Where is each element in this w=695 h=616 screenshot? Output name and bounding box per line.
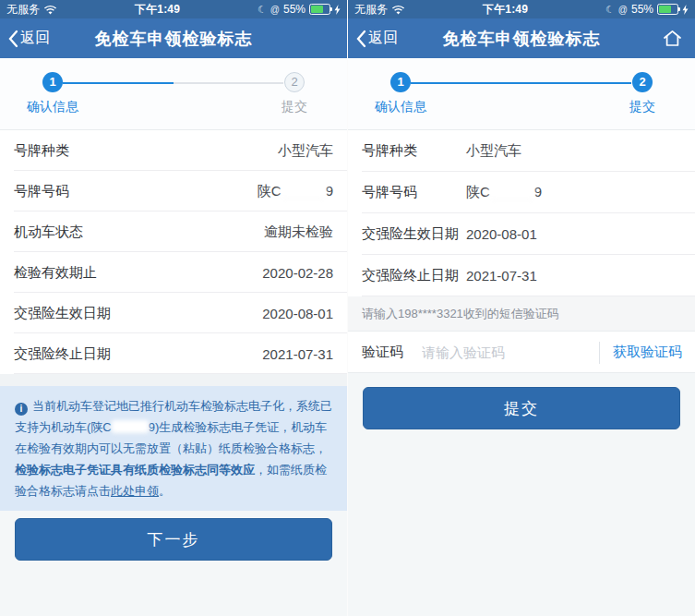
carrier-label: 无服务 [6,2,40,18]
sms-code-hint: 请输入198****3321收到的短信验证码 [348,296,695,332]
row-label: 检验有效期止 [14,264,97,282]
row-insurance-end: 交强险终止日期 2021-07-31 [348,255,695,296]
plate-prefix: 陕C [466,184,490,199]
row-plate-type: 号牌种类 小型汽车 [0,130,347,171]
row-value: 小型汽车 [278,142,333,160]
step-2-label: 提交 [629,99,655,115]
home-button[interactable] [662,28,683,49]
row-label: 交强险终止日期 [14,345,111,363]
screen-submit: 无服务 下午1:49 ☾ @ 55% 返回 免检车申领检验标志 [348,0,695,616]
chevron-left-icon [7,30,18,48]
row-value: 2020-02-28 [262,265,333,281]
step-1-circle: 1 [42,72,63,92]
rotation-lock-icon: @ [618,5,628,15]
status-left: 无服务 [6,2,57,18]
row-label: 交强险生效日期 [362,225,466,243]
dual-screenshot-canvas: 无服务 下午1:49 ☾ @ 55% 返回 免检车申领检验标志 [0,0,695,616]
clock-label: 下午1:49 [483,2,528,18]
wifi-icon [391,5,405,15]
screen-confirm-info: 无服务 下午1:49 ☾ @ 55% 返回 免检车申领检验标志 [0,0,347,616]
row-value: 陕C9 [466,184,542,201]
status-bar: 无服务 下午1:49 ☾ @ 55% [0,0,347,18]
redaction-blur [113,421,148,432]
get-code-button[interactable]: 获取验证码 [600,344,695,361]
do-not-disturb-icon: ☾ [605,4,615,16]
carrier-label: 无服务 [354,2,388,18]
back-label: 返回 [368,29,398,48]
verification-code-row: 验证码 获取验证码 [348,332,695,373]
row-plate-number: 号牌号码 陕C9 [0,171,347,211]
step-line-active [411,82,631,84]
row-plate-type: 号牌种类 小型汽车 [348,130,695,172]
battery-icon [309,4,330,15]
back-button[interactable]: 返回 [355,18,398,58]
row-label: 号牌号码 [14,183,69,200]
row-insurance-start: 交强险生效日期 2020-08-01 [348,213,695,255]
step-2-circle: 2 [284,72,305,92]
row-inspection-expiry: 检验有效期止 2020-02-28 [0,252,347,293]
step-2-label: 提交 [282,99,307,115]
rotation-lock-icon: @ [270,5,280,15]
row-label: 号牌种类 [14,142,69,160]
plate-suffix: 9 [534,184,542,199]
status-bar: 无服务 下午1:49 ☾ @ 55% [348,0,695,18]
battery-percent-label: 55% [631,3,653,16]
battery-icon [657,4,678,15]
status-right: ☾ @ 55% [258,3,341,16]
row-value: 2021-07-31 [466,268,537,284]
wifi-icon [43,5,57,15]
battery-percent-label: 55% [283,3,306,16]
step-indicator: 1 2 确认信息 提交 [348,58,695,130]
row-insurance-end: 交强险终止日期 2021-07-31 [0,333,347,374]
page-title: 免检车申领检验标志 [443,28,601,50]
step-1-label: 确认信息 [27,99,78,115]
row-label: 交强险终止日期 [362,267,466,284]
row-value: 2020-08-01 [466,226,537,242]
page-background [348,429,695,616]
row-value: 2021-07-31 [262,346,333,362]
next-step-button[interactable]: 下一步 [15,518,332,561]
redaction-blur [282,184,325,198]
page-background [0,561,347,616]
e-certificate-notice: i当前机动车登记地已推行机动车检验标志电子化，系统已支持为机动车(陕C9)生成检… [0,386,347,511]
step-line-active [63,82,174,84]
step-1-label: 确认信息 [375,99,426,115]
row-label: 机动车状态 [14,223,83,241]
row-value: 逾期未检验 [264,223,333,241]
step-2-circle: 2 [632,72,653,92]
step-1-circle: 1 [390,72,411,92]
status-right: ☾ @ 55% [605,3,689,16]
back-label: 返回 [20,29,50,48]
nav-bar: 返回 免检车申领检验标志 [348,18,695,58]
notice-text-4: 。 [159,484,171,498]
charging-bolt-icon [682,5,689,15]
submit-button[interactable]: 提交 [363,387,680,429]
row-label: 交强险生效日期 [14,305,111,322]
chevron-left-icon [355,30,366,48]
status-center: 下午1:49 [483,2,528,18]
apply-here-link[interactable]: 此处申领 [111,484,159,498]
notice-bold-text: 检验标志电子凭证具有纸质检验标志同等效应 [15,463,255,477]
row-vehicle-status: 机动车状态 逾期未检验 [0,211,347,252]
plate-prefix: 陕C [258,183,282,199]
back-button[interactable]: 返回 [7,18,50,58]
verification-code-input[interactable] [420,344,599,361]
nav-bar: 返回 免检车申领检验标志 [0,18,347,58]
status-left: 无服务 [354,2,405,18]
row-value: 小型汽车 [466,142,521,160]
clock-label: 下午1:49 [135,2,180,18]
vehicle-info-list: 号牌种类 小型汽车 号牌号码 陕C9 机动车状态 逾期未检验 检验有效期止 20… [0,130,347,374]
page-title: 免检车申领检验标志 [95,28,253,50]
step-indicator: 1 2 确认信息 提交 [0,58,347,130]
plate-suffix: 9 [326,183,333,199]
row-plate-number: 号牌号码 陕C9 [348,172,695,213]
row-insurance-start: 交强险生效日期 2020-08-01 [0,293,347,333]
redaction-blur [491,185,533,199]
section-gap [0,374,347,386]
row-value: 陕C9 [258,183,333,200]
step-line-idle [174,82,283,84]
charging-bolt-icon [334,5,341,15]
info-icon: i [15,403,28,416]
do-not-disturb-icon: ☾ [258,4,267,16]
row-label: 号牌种类 [362,142,466,160]
